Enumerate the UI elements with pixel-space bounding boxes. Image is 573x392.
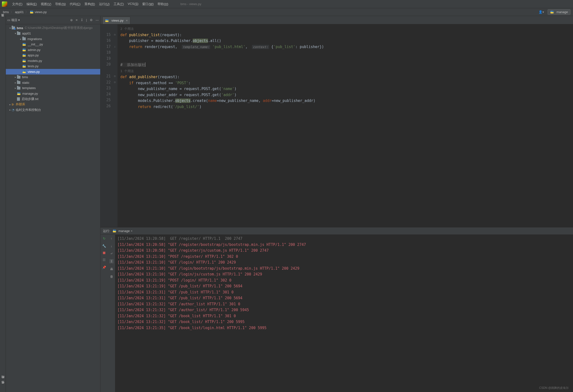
tree-file[interactable]: __init__.py [6,42,100,47]
python-file-icon [22,48,26,52]
project-tree[interactable]: ▾bmsC:\Users\Mr.Zhijun\Desktop\图书管理系统dja… [6,24,100,392]
console-output[interactable]: [11/Jan/2024 13:20:58] GET /register/ HT… [115,235,573,392]
console-line: [11/Jan/2024 13:21:32] "GET /book_list/ … [117,319,571,325]
code-content[interactable]: 2 个用法 def publisher_list(request): publi… [117,24,573,227]
run-tool-window: 运行: manage × ↻ 🔧 ☷ 📌 ↑ ↓ ⤶ ↧ 🖶 🗑 [101,227,573,392]
run-config-selector[interactable]: manage [548,9,571,15]
project-tool-window: ▭ 项目 ▾ ⊕ ≡ ↧ | ⚙ — ▾bmsC:\Users\Mr.Zhiju… [6,16,101,392]
console-line: [11/Jan/2024 13:21:10] "GET /login/boots… [117,266,571,272]
menu-item[interactable]: 窗口(W) [140,1,156,7]
run-label: 运行: [103,229,110,233]
tree-root[interactable]: ▾bmsC:\Users\Mr.Zhijun\Desktop\图书管理系统dja… [6,25,100,31]
console-line: [11/Jan/2024 13:21:19] "GET /pub_list/ H… [117,283,571,289]
project-view-selector[interactable]: ▭ 项目 ▾ [7,18,20,22]
menu-item[interactable]: 工具(T) [112,1,126,7]
watermark: CSDN @跳舞的皮埃尔 [539,386,569,390]
code-editor[interactable]: 151617181920 212223242526 ⊟ ⊥ ⊟⊟ 2 个用法 d… [101,24,573,227]
console-line: [11/Jan/2024 13:21:10] "POST /register/ … [117,254,571,260]
tree-file[interactable]: apps.py [6,53,100,58]
tab-label: views.py [111,19,124,22]
python-file-icon [105,19,109,22]
run-config-label: manage [556,10,568,14]
menu-item[interactable]: 编辑(E) [24,1,39,7]
navigation-bar: bms 〉 app01 〉 views.py 👤▾ manage [0,8,573,16]
console-line: [11/Jan/2024 13:21:32] "GET /book_list H… [117,313,571,319]
fold-gutter[interactable]: ⊟ ⊥ ⊟⊟ [114,24,117,227]
breadcrumb-folder[interactable]: app01 [15,10,24,14]
layout-icon[interactable]: ☷ [103,258,106,262]
structure-tool-tab[interactable]: 结构 [1,380,5,382]
console-line: [11/Jan/2024 13:20:58] "GET /register/js… [117,248,571,254]
tree-folder-app01[interactable]: ▾app01 [6,31,100,36]
project-tool-tab[interactable]: 项目 [1,18,5,20]
console-line: [11/Jan/2024 13:21:19] "POST /login/ HTT… [117,277,571,284]
tree-external-libs[interactable]: ▸⊪外部库 [6,102,100,107]
expand-all-icon[interactable]: ≡ [76,18,78,22]
library-icon: ⊪ [12,103,14,106]
tree-folder-migrations[interactable]: ▸migrations [6,36,100,42]
python-file-icon [22,64,26,68]
tree-folder-templates[interactable]: ▸templates [6,86,100,91]
menu-item[interactable]: 导航(N) [53,1,68,7]
python-file-icon [22,70,26,73]
close-tab-icon[interactable]: × [126,19,128,22]
console-line: [11/Jan/2024 13:21:31] "GET /pub_list HT… [117,289,571,295]
python-file-icon [22,53,26,57]
python-icon [113,229,116,233]
tree-file[interactable]: admin.py [6,47,100,53]
down-icon[interactable]: ↓ [111,244,112,248]
menu-item[interactable]: 代码(C) [68,1,82,7]
line-number-gutter: 151617181920 212223242526 [101,24,114,227]
pin-icon[interactable]: 📌 [102,266,106,269]
menu-item[interactable]: 文件(F) [10,1,24,7]
trash-icon[interactable]: 🗑 [110,275,113,278]
up-icon[interactable]: ↑ [111,237,112,240]
tree-scratches[interactable]: ▸◔临时文件和控制台 [6,107,100,113]
console-line: [11/Jan/2024 13:21:32] "GET /author_list… [117,307,571,313]
menu-item[interactable]: 运行(U) [97,1,112,7]
tree-file[interactable]: models.py [6,58,100,64]
console-line: [11/Jan/2024 13:21:10] "GET /login/js/cu… [117,271,571,277]
chevron-right-icon: 〉 [24,10,29,14]
folder-icon [17,87,20,89]
scratch-icon: ◔ [12,108,14,112]
collapse-all-icon[interactable]: ↧ [81,18,83,22]
menu-item[interactable]: 帮助(H) [156,1,170,7]
window-title: bms - views.py [180,2,201,6]
python-file-icon [17,92,21,95]
folder-icon [22,37,26,40]
tree-folder-static[interactable]: ▸static [6,80,100,86]
menu-item[interactable]: VCS(S) [126,1,140,7]
run-toolbar-2: ↑ ↓ ⤶ ↧ 🖶 🗑 [108,235,115,392]
wrench-icon[interactable]: 🔧 [102,244,106,248]
menu-item[interactable]: 视图(V) [39,1,53,7]
tree-file[interactable]: tests.py [6,64,100,69]
folder-icon [17,81,20,84]
menu-item[interactable]: 重构(R) [83,1,97,7]
tree-file[interactable]: manage.py [6,91,100,96]
console-line: [11/Jan/2024 13:20:58] "GET /register/bo… [117,242,571,248]
main-menubar: 文件(F)编辑(E)视图(V)导航(N)代码(C)重构(R)运行(U)工具(T)… [0,0,573,8]
breadcrumb-root[interactable]: bms [2,10,9,14]
chevron-right-icon: 〉 [9,10,15,14]
run-config-tab[interactable]: manage × [113,229,133,233]
python-icon [550,10,554,14]
tree-file[interactable]: 启动步骤.txt [6,96,100,102]
scroll-to-end-icon[interactable]: ↧ [109,259,114,263]
bookmarks-tool-tab[interactable]: 书签 [1,385,5,387]
soft-wrap-icon[interactable]: ⤶ [110,252,113,255]
tree-folder-bms[interactable]: ▸bms [6,74,100,80]
stop-icon[interactable] [103,252,105,254]
breadcrumb-file[interactable]: views.py [29,10,47,14]
python-file-icon [22,59,26,63]
rerun-icon[interactable]: ↻ [103,237,106,240]
user-icon[interactable]: 👤▾ [538,10,544,14]
select-opened-file-icon[interactable]: ⊕ [70,18,73,22]
console-line: [11/Jan/2024 13:21:10] "GET /login/ HTTP… [117,259,571,266]
divider: | [86,18,87,22]
print-icon[interactable]: 🖶 [110,267,113,271]
settings-icon[interactable]: ⚙ [90,18,93,22]
minimize-icon[interactable]: — [96,18,99,22]
editor-tab-views[interactable]: views.py × [102,17,130,24]
tree-file-selected[interactable]: views.py [6,69,100,74]
